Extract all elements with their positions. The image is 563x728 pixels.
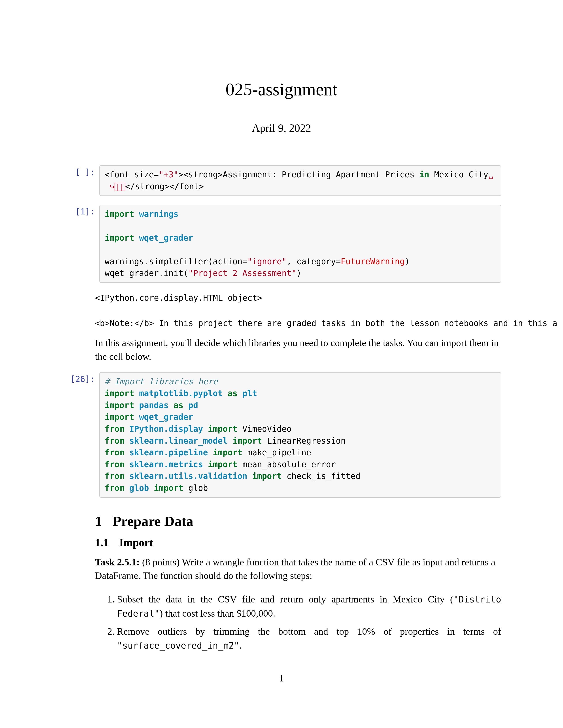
code-token: sklearn.linear_model — [129, 436, 227, 446]
code-token: pandas — [139, 401, 169, 410]
code-token: Mexico City — [429, 170, 488, 179]
section-number: 1 — [95, 513, 113, 529]
task-text: (8 points) Write a — [140, 557, 213, 568]
code-token: as — [227, 389, 237, 398]
section-heading: 1Prepare Data — [95, 513, 501, 529]
code-token: matplotlib.pyplot — [139, 389, 223, 398]
document-title: 025-assignment — [62, 79, 501, 99]
code-token: FutureWarning — [341, 257, 405, 266]
code-token: import — [213, 448, 242, 457]
code-token: from — [105, 424, 124, 434]
list-item: Remove outliers by trimming the bottom a… — [117, 625, 501, 653]
step-text: Remove outliers by trimming the bottom a… — [117, 626, 501, 637]
code-token: warnings — [105, 257, 144, 266]
code-token: from — [105, 483, 124, 493]
code-token: IPython.display — [129, 424, 203, 434]
code-inline: wrangle — [213, 557, 244, 568]
code-token: import — [232, 436, 262, 446]
code-token: sklearn.pipeline — [129, 448, 208, 457]
code-token: LinearRegression — [267, 436, 346, 446]
code-token: wqet_grader — [139, 412, 193, 422]
code-token: ) — [297, 268, 302, 278]
task-paragraph: Task 2.5.1: (8 points) Write a wrangle f… — [95, 555, 501, 583]
code-token: simplefilter(action — [149, 257, 242, 266]
code-token: ><strong>Assignment: Predicting Apartmen… — [178, 170, 420, 179]
code-token: import — [105, 401, 134, 410]
code-token: from — [105, 436, 124, 446]
code-token: "ignore" — [247, 257, 287, 266]
task-label: Task 2.5.1: — [95, 557, 140, 568]
step-text: Subset the data in the CSV file and retu… — [117, 594, 453, 605]
code-token: </strong></font> — [125, 182, 204, 191]
code-token: import — [154, 483, 183, 493]
body-paragraph: In this assignment, you'll decide which … — [95, 336, 501, 363]
document-date: April 9, 2022 — [62, 122, 501, 134]
code-inline: "surface_covered_in_m2" — [117, 640, 239, 651]
subsection-number: 1.1 — [95, 536, 119, 549]
continuation-arrow-icon: ↪ — [109, 182, 114, 191]
code-comment: # Import libraries here — [105, 377, 218, 386]
cell-output: <IPython.core.display.HTML object> <b>No… — [95, 292, 501, 330]
code-token: warnings — [139, 209, 178, 219]
wrap-glyph-icon: ␣ — [488, 170, 493, 179]
code-cell: [ ]: <font size="+3"><strong>Assignment:… — [62, 165, 501, 196]
cell-prompt: [26]: — [62, 372, 99, 384]
code-token: pd — [188, 401, 198, 410]
code-token: <font size= — [105, 170, 159, 179]
code-box: # Import libraries hereimport matplotlib… — [99, 372, 501, 497]
code-token: wqet_grader — [139, 233, 193, 243]
code-token: "Project 2 Assessment" — [188, 268, 297, 278]
section-title: Prepare Data — [113, 513, 193, 529]
code-token: in — [420, 170, 430, 179]
code-token: glob — [188, 483, 208, 493]
code-token: VimeoVideo — [242, 424, 292, 434]
step-text: ) that cost less than $100,000. — [160, 608, 275, 619]
code-token: import — [105, 389, 134, 398]
code-token: import — [208, 424, 237, 434]
code-token: , category — [287, 257, 336, 266]
code-box: <font size="+3"><strong>Assignment: Pred… — [99, 165, 501, 196]
code-token: "+3" — [159, 170, 178, 179]
output-line: <IPython.core.display.HTML object> — [95, 293, 262, 303]
code-token: from — [105, 448, 124, 457]
code-token: import — [105, 233, 134, 243]
output-line: <b>Note:</b> In this project there are g… — [95, 319, 557, 328]
code-token: = — [336, 257, 341, 266]
code-token: mean_absolute_error — [242, 460, 336, 469]
code-token: import — [252, 471, 282, 481]
code-cell: [26]: # Import libraries hereimport matp… — [62, 372, 501, 497]
code-token: import — [105, 412, 134, 422]
code-token: import — [105, 209, 134, 219]
code-token: ) — [405, 257, 410, 266]
cell-prompt: [1]: — [62, 205, 99, 216]
list-item: Subset the data in the CSV file and retu… — [117, 592, 501, 621]
code-token: sklearn.metrics — [129, 460, 203, 469]
task-steps-list: Subset the data in the CSV file and retu… — [95, 592, 501, 653]
code-token: wqet_grader — [105, 268, 159, 278]
step-text: . — [239, 640, 242, 651]
code-token: . — [144, 257, 149, 266]
code-cell: [1]: import warnings import wqet_grader … — [62, 205, 501, 283]
code-token: from — [105, 471, 124, 481]
subsection-title: Import — [119, 536, 153, 549]
subsection-heading: 1.1Import — [95, 536, 501, 549]
page-number: 1 — [0, 673, 563, 684]
code-token: import — [208, 460, 237, 469]
code-box: import warnings import wqet_grader warni… — [99, 205, 501, 283]
code-token: plt — [242, 389, 257, 398]
code-token: = — [242, 257, 247, 266]
wrap-box-icon: || — [115, 183, 125, 191]
code-token: init( — [164, 268, 188, 278]
code-token: sklearn.utils.validation — [129, 471, 247, 481]
code-token: check_is_fitted — [287, 471, 360, 481]
code-token: . — [159, 268, 164, 278]
code-token: as — [173, 401, 183, 410]
code-token: make_pipeline — [247, 448, 311, 457]
code-token: from — [105, 460, 124, 469]
code-token: glob — [129, 483, 149, 493]
page: 025-assignment April 9, 2022 [ ]: <font … — [0, 0, 563, 728]
cell-prompt: [ ]: — [62, 165, 99, 177]
